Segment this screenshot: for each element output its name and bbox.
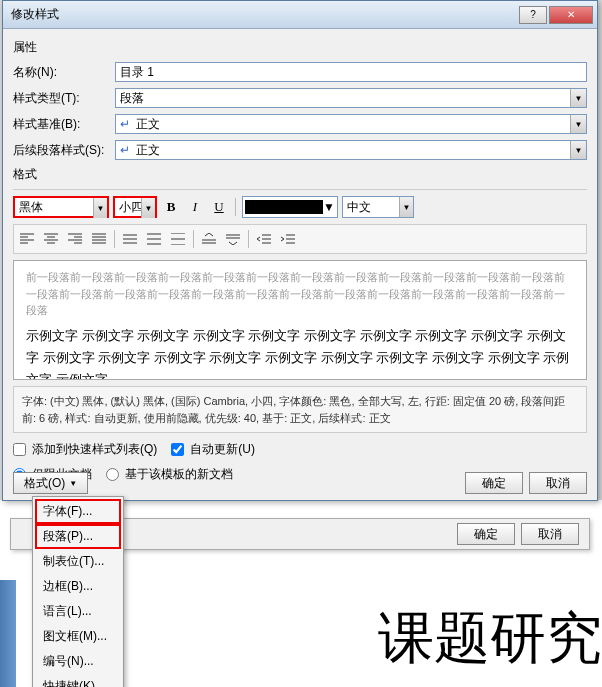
ok-button[interactable]: 确定 xyxy=(465,472,523,494)
menu-item-font[interactable]: 字体(F)... xyxy=(35,499,121,524)
paragraph-link-icon: ↵ xyxy=(120,143,134,157)
chevron-down-icon: ▼ xyxy=(570,89,586,107)
preview-pane: 前一段落前一段落前一段落前一段落前一段落前一段落前一段落前一段落前一段落前一段落… xyxy=(13,260,587,380)
chevron-down-icon: ▼ xyxy=(399,197,413,217)
font-family-select[interactable]: 黑体 ▼ xyxy=(13,196,109,218)
format-menu-button[interactable]: 格式(O) ▼ xyxy=(13,472,88,494)
line-spacing-2-icon[interactable] xyxy=(167,229,189,249)
based-value: 正文 xyxy=(136,116,160,133)
chevron-down-icon: ▼ xyxy=(570,115,586,133)
close-button[interactable]: ✕ xyxy=(549,6,593,24)
align-right-icon[interactable] xyxy=(64,229,86,249)
chevron-down-icon: ▼ xyxy=(323,200,335,214)
chevron-down-icon: ▼ xyxy=(570,141,586,159)
help-button[interactable]: ? xyxy=(519,6,547,24)
paragraph-link-icon: ↵ xyxy=(120,117,134,131)
menu-item-shortcut[interactable]: 快捷键(K)... xyxy=(35,674,121,687)
based-label: 样式基准(B): xyxy=(13,116,115,133)
name-label: 名称(N): xyxy=(13,64,115,81)
follow-label: 后续段落样式(S): xyxy=(13,142,115,159)
space-before-down-icon[interactable] xyxy=(222,229,244,249)
properties-group-label: 属性 xyxy=(13,39,587,56)
italic-button[interactable]: I xyxy=(185,197,205,217)
bold-button[interactable]: B xyxy=(161,197,181,217)
type-select[interactable]: 段落 ▼ xyxy=(115,88,587,108)
font-color-select[interactable]: ▼ xyxy=(242,196,338,218)
space-before-up-icon[interactable] xyxy=(198,229,220,249)
follow-select[interactable]: ↵ 正文 ▼ xyxy=(115,140,587,160)
menu-item-language[interactable]: 语言(L)... xyxy=(35,599,121,624)
format-dropdown-menu: 字体(F)... 段落(P)... 制表位(T)... 边框(B)... 语言(… xyxy=(32,496,124,687)
menu-item-numbering[interactable]: 编号(N)... xyxy=(35,649,121,674)
auto-update-checkbox[interactable] xyxy=(171,443,184,456)
language-select[interactable]: 中文 ▼ xyxy=(342,196,414,218)
chevron-down-icon: ▼ xyxy=(141,198,155,218)
type-value: 段落 xyxy=(120,90,144,107)
underline-button[interactable]: U xyxy=(209,197,229,217)
dialog-title: 修改样式 xyxy=(7,6,519,23)
line-spacing-15-icon[interactable] xyxy=(143,229,165,249)
align-center-icon[interactable] xyxy=(40,229,62,249)
menu-item-border[interactable]: 边框(B)... xyxy=(35,574,121,599)
cancel-button[interactable]: 取消 xyxy=(529,472,587,494)
modify-style-dialog: 修改样式 ? ✕ 属性 名称(N): 样式类型(T): 段落 ▼ 样式基准(B)… xyxy=(2,0,598,501)
type-label: 样式类型(T): xyxy=(13,90,115,107)
language-value: 中文 xyxy=(347,199,371,216)
add-quick-checkbox[interactable] xyxy=(13,443,26,456)
based-select[interactable]: ↵ 正文 ▼ xyxy=(115,114,587,134)
indent-increase-icon[interactable] xyxy=(277,229,299,249)
style-description: 字体: (中文) 黑体, (默认) 黑体, (国际) Cambria, 小四, … xyxy=(13,386,587,433)
titlebar[interactable]: 修改样式 ? ✕ xyxy=(3,1,597,29)
preview-context-text: 前一段落前一段落前一段落前一段落前一段落前一段落前一段落前一段落前一段落前一段落… xyxy=(26,269,574,319)
font-family-value: 黑体 xyxy=(19,199,43,216)
ok-button-bg[interactable]: 确定 xyxy=(457,523,515,545)
chevron-down-icon: ▼ xyxy=(69,479,77,488)
chevron-down-icon: ▼ xyxy=(93,198,107,218)
format-group-label: 格式 xyxy=(13,166,587,183)
preview-sample-text: 示例文字 示例文字 示例文字 示例文字 示例文字 示例文字 示例文字 示例文字 … xyxy=(26,325,574,381)
align-justify-icon[interactable] xyxy=(88,229,110,249)
font-size-select[interactable]: 小四 ▼ xyxy=(113,196,157,218)
auto-update-label: 自动更新(U) xyxy=(190,441,255,458)
align-left-icon[interactable] xyxy=(16,229,38,249)
paragraph-toolbar xyxy=(13,224,587,254)
indent-decrease-icon[interactable] xyxy=(253,229,275,249)
menu-item-tabs[interactable]: 制表位(T)... xyxy=(35,549,121,574)
follow-value: 正文 xyxy=(136,142,160,159)
menu-item-paragraph[interactable]: 段落(P)... xyxy=(35,524,121,549)
cancel-button-bg[interactable]: 取消 xyxy=(521,523,579,545)
menu-item-frame[interactable]: 图文框(M)... xyxy=(35,624,121,649)
document-heading: 课题研究 xyxy=(378,601,602,677)
line-spacing-1-icon[interactable] xyxy=(119,229,141,249)
color-swatch xyxy=(245,200,323,214)
font-size-value: 小四 xyxy=(119,199,143,216)
ruler-bar xyxy=(0,580,16,687)
format-menu-label: 格式(O) xyxy=(24,475,65,492)
add-quick-label: 添加到快速样式列表(Q) xyxy=(32,441,157,458)
name-field[interactable] xyxy=(115,62,587,82)
